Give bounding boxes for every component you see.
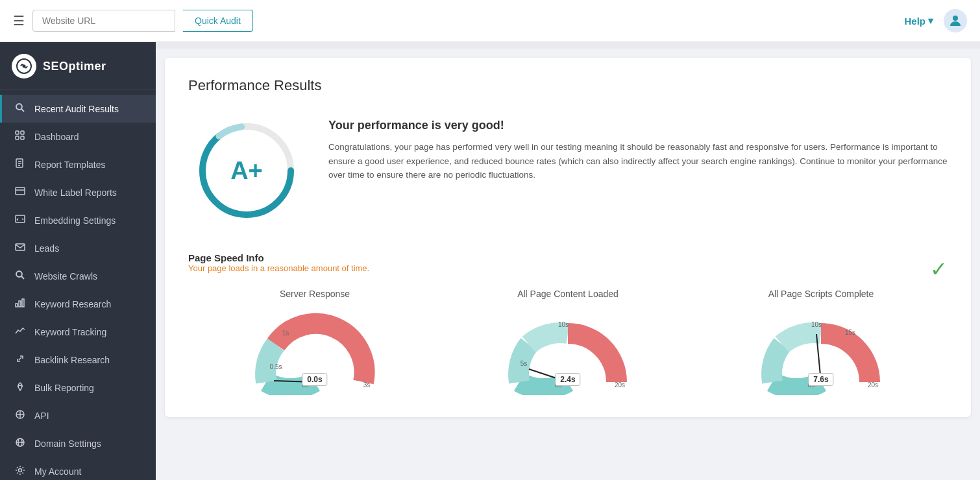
sidebar-item-my-account[interactable]: My Account [0,457,156,480]
svg-line-18 [22,219,23,220]
topbar: ☰ Quick Audit Help ▾ [0,0,980,42]
logo-icon [12,54,36,78]
sidebar-item-label: API [34,411,49,421]
speed-title: Page Speed Info [188,252,369,263]
user-avatar[interactable] [944,9,967,32]
report-icon [14,158,27,171]
sidebar-item-domain-settings[interactable]: Domain Settings [0,429,156,457]
dashboard-icon [14,130,27,143]
svg-rect-13 [16,187,25,195]
help-button[interactable]: Help ▾ [904,15,933,27]
layout: SEOptimer Recent Audit Results Dashboard… [0,42,980,480]
gauge-content-loaded: All Page Content Loaded 0s [454,289,682,398]
performance-card: Performance Results A+ [165,58,971,417]
svg-text:0.5s: 0.5s [270,363,282,370]
svg-line-21 [21,276,24,279]
api-icon [14,409,27,422]
svg-text:20s: 20s [868,381,878,389]
sidebar-logo: SEOptimer [0,42,156,90]
gear-icon [14,465,27,477]
svg-rect-22 [16,304,18,307]
quick-audit-button[interactable]: Quick Audit [183,10,253,32]
svg-rect-23 [19,301,21,307]
sidebar-item-dashboard[interactable]: Dashboard [0,123,156,150]
svg-text:10s: 10s [558,321,569,328]
gauge-value: 0.0s [302,373,327,386]
svg-line-4 [21,109,24,112]
sidebar-item-embedding[interactable]: Embedding Settings [0,206,156,234]
page-title: Performance Results [188,77,948,94]
main-content: Performance Results A+ [156,42,980,480]
gauge-label: All Page Content Loaded [517,289,619,299]
svg-rect-8 [21,136,24,139]
sidebar-item-white-label[interactable]: White Label Reports [0,178,156,206]
svg-rect-19 [16,244,25,250]
sidebar-item-label: My Account [34,466,81,477]
search-icon [14,102,27,115]
sidebar-item-label: Keyword Research [34,299,111,309]
performance-headline: Your performance is very good! [328,119,948,132]
globe-icon [14,437,27,450]
sidebar-item-keyword-tracking[interactable]: Keyword Tracking [0,318,156,346]
sidebar-item-backlink-research[interactable]: Backlink Research [0,346,156,374]
svg-point-20 [16,271,22,277]
sidebar-item-label: Backlink Research [34,355,110,365]
crawl-icon [14,270,27,282]
svg-point-3 [16,104,22,110]
gauge-server-response: Server Response 0s 0. [201,289,429,398]
speed-title-block: Page Speed Info Your page loads in a rea… [188,252,369,286]
sidebar-item-label: Bulk Reporting [34,383,94,393]
svg-rect-15 [16,215,25,222]
svg-text:1s: 1s [282,330,289,337]
sidebar-item-bulk-reporting[interactable]: Bulk Reporting [0,374,156,402]
sidebar-item-website-crawls[interactable]: Website Crawls [0,262,156,290]
speed-section: Page Speed Info Your page loads in a rea… [188,252,948,398]
svg-rect-6 [21,131,24,134]
logo-text: SEOptimer [43,60,106,73]
topbar-right: Help ▾ [904,9,967,32]
gauge-svg-wrap: 0s 10s 20s 5s 2.4s [493,304,643,398]
grade-circle: A+ [188,112,305,229]
help-arrow-icon: ▾ [928,15,933,27]
embedding-icon [14,214,27,226]
performance-description: Your performance is very good! Congratul… [328,112,948,182]
sidebar-item-leads[interactable]: Leads [0,234,156,262]
gauge-value: 2.4s [555,373,580,386]
gauge-label: All Page Scripts Complete [768,289,874,299]
svg-text:20s: 20s [615,381,625,389]
gauge-value: 7.6s [808,373,833,386]
svg-rect-24 [22,299,24,307]
sidebar-item-label: Website Crawls [34,271,97,282]
gauge-scripts-complete: All Page Scripts Complete 0s [707,289,935,398]
sidebar-item-label: Leads [34,243,59,254]
leads-icon [14,242,27,254]
svg-text:A+: A+ [230,157,263,184]
keyword-tracking-icon [14,326,27,338]
svg-point-31 [19,469,22,472]
sidebar-item-keyword-research[interactable]: Keyword Research [0,290,156,318]
svg-point-2 [23,65,26,68]
svg-rect-7 [16,136,19,139]
gauge-svg-wrap: 0s 0.5s 1s 3s 0.0s [240,304,389,398]
check-icon: ✓ [930,257,948,282]
sidebar-item-label: Recent Audit Results [34,104,119,114]
backlink-icon [14,354,27,366]
sidebar-item-recent-audit[interactable]: Recent Audit Results [0,95,156,123]
svg-text:10s: 10s [811,321,822,328]
gauge-label: Server Response [280,289,350,299]
search-input[interactable] [32,10,175,32]
bulk-icon [14,381,27,394]
gauges-container: Server Response 0s 0. [188,289,948,398]
sidebar-item-report-templates[interactable]: Report Templates [0,150,156,178]
sidebar-item-api[interactable]: API [0,402,156,429]
svg-text:15s: 15s [845,329,855,336]
hamburger-icon[interactable]: ☰ [13,13,25,29]
svg-text:3s: 3s [363,381,371,389]
topbar-left: ☰ Quick Audit [13,10,253,32]
keyword-research-icon [14,298,27,310]
speed-header: Page Speed Info Your page loads in a rea… [188,252,948,286]
gauge-svg-wrap: 0s 10s 15s 20s 7.6s [746,304,896,398]
sidebar-navigation: Recent Audit Results Dashboard Report Te… [0,90,156,480]
sidebar-item-label: Dashboard [34,132,79,142]
white-label-icon [14,186,27,198]
